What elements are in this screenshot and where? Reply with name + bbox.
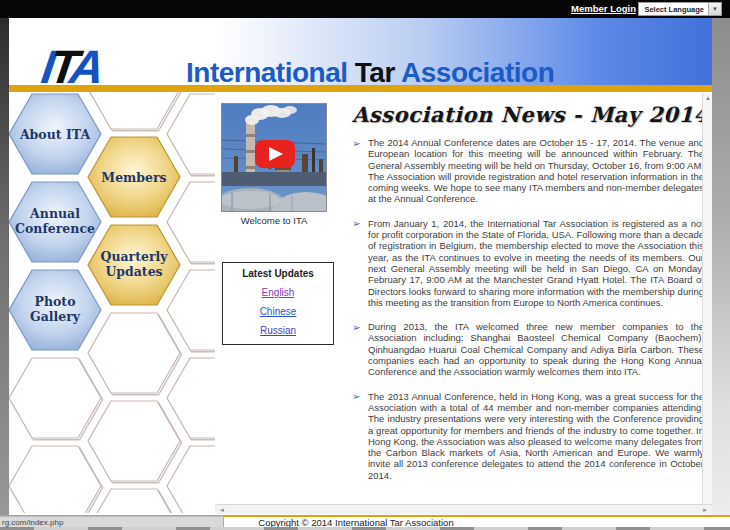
top-utility-bar: Member Login Select Language ▼ xyxy=(0,0,730,18)
sidebar-item-annual-conference[interactable]: Annual Conference xyxy=(9,182,101,262)
link-english[interactable]: English xyxy=(225,287,331,298)
link-chinese[interactable]: Chinese xyxy=(225,306,331,317)
honeycomb-graphic: About ITA Members Annual Conference Quar… xyxy=(9,92,215,513)
svg-text:Gallery: Gallery xyxy=(30,309,81,324)
site-title: International Tar Association xyxy=(186,59,554,87)
chevron-down-icon[interactable]: ▼ xyxy=(708,3,721,15)
arrow-bullet-icon: ➢ xyxy=(352,137,368,205)
sidebar-item-photo-gallery[interactable]: Photo Gallery xyxy=(9,270,101,350)
svg-text:About ITA: About ITA xyxy=(19,127,90,142)
member-login-link[interactable]: Member Login xyxy=(571,3,636,14)
left-frame-shadow xyxy=(0,18,9,516)
link-russian[interactable]: Russian xyxy=(225,325,331,336)
empty-hexagon xyxy=(88,489,182,513)
site-title-part3: Association xyxy=(395,57,554,88)
empty-hexagon xyxy=(88,92,182,131)
news-paragraph: During 2013, the ITA welcomed three new … xyxy=(368,321,704,377)
svg-text:Quarterly: Quarterly xyxy=(101,249,169,264)
sidebar-item-quarterly-updates[interactable]: Quarterly Updates xyxy=(88,225,180,305)
latest-updates-title: Latest Updates xyxy=(225,268,331,279)
news-paragraph: From January 1, 2014, the International … xyxy=(368,218,704,308)
refinery-photo xyxy=(222,104,326,211)
latest-updates-box: Latest Updates English Chinese Russian xyxy=(222,262,334,345)
svg-text:Photo: Photo xyxy=(35,294,76,309)
empty-hexagon xyxy=(167,270,215,352)
news-paragraph: The 2014 Annual Conference dates are Oct… xyxy=(368,137,704,205)
news-item: ➢ During 2013, the ITA welcomed three ne… xyxy=(352,321,704,377)
right-frame-strip xyxy=(712,18,730,530)
language-select-value: Select Language xyxy=(639,3,708,15)
svg-text:Conference: Conference xyxy=(15,221,95,236)
empty-hexagon xyxy=(9,358,103,440)
empty-hexagon xyxy=(167,94,215,176)
vertical-scrollbar[interactable]: ▲ ▼ xyxy=(702,93,712,511)
empty-hexagon xyxy=(88,313,182,395)
empty-hexagon xyxy=(9,446,103,513)
site-title-part2: Tar xyxy=(355,57,395,88)
news-item: ➢ The 2013 Annual Conference, held in Ho… xyxy=(352,391,704,481)
news-item: ➢ The 2014 Annual Conference dates are O… xyxy=(352,137,704,205)
empty-hexagon xyxy=(167,358,215,440)
horizon-band xyxy=(222,172,326,186)
scroll-right-icon[interactable]: ► xyxy=(700,505,710,515)
arrow-bullet-icon: ➢ xyxy=(352,391,368,481)
news-section: Association News - May 2014 ➢ The 2014 A… xyxy=(352,98,704,494)
scroll-left-icon[interactable]: ◄ xyxy=(217,505,227,515)
browser-viewport: Member Login Select Language ▼ ITA Inter… xyxy=(0,0,730,530)
gold-divider-bar xyxy=(0,85,712,92)
arrow-bullet-icon: ➢ xyxy=(352,218,368,308)
play-button-icon[interactable] xyxy=(255,140,295,168)
svg-text:Updates: Updates xyxy=(105,264,162,279)
svg-text:Members: Members xyxy=(101,170,166,185)
welcome-video-thumbnail[interactable] xyxy=(221,103,327,212)
sidebar-item-about-ita[interactable]: About ITA xyxy=(9,94,101,174)
sidebar-navigation: About ITA Members Annual Conference Quar… xyxy=(9,92,215,513)
empty-hexagon xyxy=(167,182,215,264)
svg-text:Annual: Annual xyxy=(29,206,80,221)
news-item: ➢ From January 1, 2014, the Internationa… xyxy=(352,218,704,308)
empty-hexagon xyxy=(88,401,182,483)
news-heading: Association News - May 2014 xyxy=(352,102,704,127)
video-caption: Welcome to ITA xyxy=(213,215,335,226)
site-header: ITA International Tar Association xyxy=(0,18,730,85)
browser-status-bar: rg.com/index.php xyxy=(0,516,224,527)
language-select[interactable]: Select Language ▼ xyxy=(638,2,722,16)
sidebar-item-members[interactable]: Members xyxy=(88,137,180,217)
arrow-bullet-icon: ➢ xyxy=(352,321,368,377)
news-paragraph: The 2013 Annual Conference, held in Hong… xyxy=(368,391,704,481)
horizontal-scrollbar[interactable]: ◄ ► xyxy=(215,504,712,514)
site-title-part1: International xyxy=(186,57,355,88)
